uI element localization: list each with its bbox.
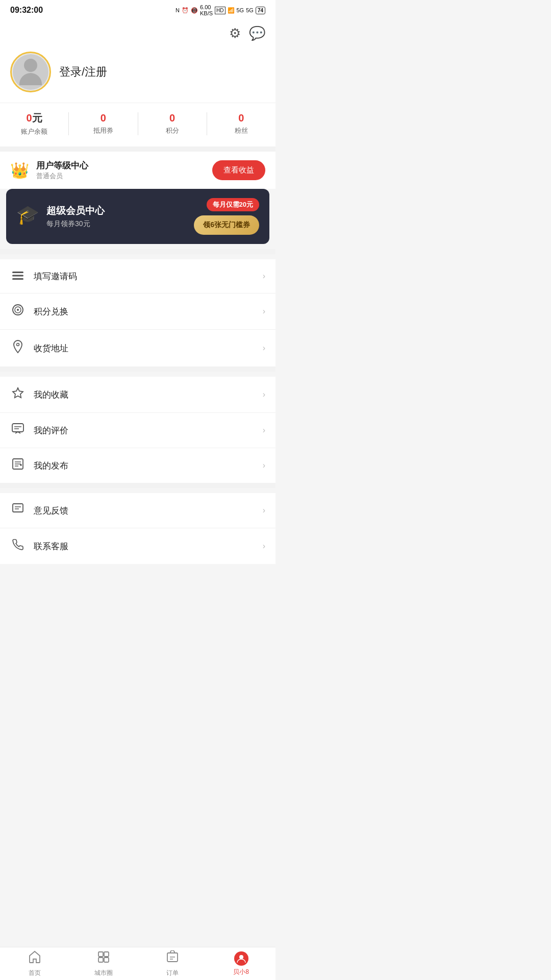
avatar-body <box>19 73 42 85</box>
stat-coupon[interactable]: 0 抵用券 <box>68 112 137 135</box>
points-exchange-icon <box>10 304 26 319</box>
favorites-arrow: › <box>263 390 265 399</box>
invite-code-arrow: › <box>263 272 265 281</box>
menu-item-reviews[interactable]: 我的评价 › <box>0 413 276 448</box>
section-divider-4 <box>0 483 276 488</box>
header-toolbar: ⚙ 💬 <box>0 20 276 46</box>
invite-code-icon <box>10 270 26 283</box>
super-member-banner[interactable]: 🎓 超级会员中心 每月领券30元 每月仅需20元 领6张无门槛券 <box>6 189 269 244</box>
menu-item-points-exchange[interactable]: 积分兑换 › <box>0 293 276 330</box>
stats-row: 0元 账户余额 0 抵用券 0 积分 0 粉丝 <box>0 103 276 146</box>
signal2-icon: 5G <box>246 7 254 13</box>
coupon-button[interactable]: 领6张无门槛券 <box>194 215 259 235</box>
settings-icon[interactable]: ⚙ <box>229 26 241 41</box>
phone-icon: 📵 <box>191 7 198 14</box>
svg-rect-1 <box>12 275 23 277</box>
speed-label: 6.00KB/S <box>200 4 213 16</box>
feedback-icon <box>10 503 26 518</box>
login-register-button[interactable]: 登录/注册 <box>59 64 107 80</box>
svg-point-6 <box>17 344 19 346</box>
level-info-left: 👑 用户等级中心 普通会员 <box>10 160 88 181</box>
level-title: 用户等级中心 <box>36 160 88 172</box>
publish-arrow: › <box>263 461 265 470</box>
menu-item-contact[interactable]: 联系客服 › <box>0 528 276 564</box>
crown-icon: 👑 <box>10 161 29 179</box>
menu-section-3: 意见反馈 › 联系客服 › <box>0 493 276 564</box>
hd-badge: HD <box>215 7 225 14</box>
feedback-label: 意见反馈 <box>34 505 255 517</box>
coupon-value: 0 <box>101 112 106 124</box>
fans-value: 0 <box>238 112 244 124</box>
battery-indicator: 74 <box>256 7 265 14</box>
address-arrow: › <box>263 344 265 353</box>
svg-rect-0 <box>12 272 23 273</box>
points-label: 积分 <box>166 126 179 135</box>
points-exchange-arrow: › <box>263 307 265 316</box>
contact-label: 联系客服 <box>34 541 255 552</box>
balance-value: 0 <box>27 112 32 124</box>
section-divider-3 <box>0 366 276 372</box>
favorites-icon <box>10 387 26 402</box>
publish-label: 我的发布 <box>34 460 255 472</box>
super-member-subtitle: 每月领券30元 <box>46 219 105 229</box>
level-info: 用户等级中心 普通会员 <box>36 160 88 181</box>
svg-rect-2 <box>12 278 23 280</box>
profile-section[interactable]: 登录/注册 <box>0 46 276 103</box>
level-subtitle: 普通会员 <box>36 172 88 181</box>
banner-right: 每月仅需20元 领6张无门槛券 <box>194 198 259 235</box>
address-icon <box>10 340 26 356</box>
avatar <box>13 54 48 90</box>
status-icons: N ⏰ 📵 6.00KB/S HD 📶 5G 5G 74 <box>176 4 265 16</box>
points-exchange-label: 积分兑换 <box>34 306 255 317</box>
message-icon[interactable]: 💬 <box>249 26 265 41</box>
svg-point-5 <box>17 309 19 311</box>
menu-item-feedback[interactable]: 意见反馈 › <box>0 493 276 528</box>
status-bar: 09:32:00 N ⏰ 📵 6.00KB/S HD 📶 5G 5G 74 <box>0 0 276 20</box>
menu-item-favorites[interactable]: 我的收藏 › <box>0 377 276 413</box>
balance-label: 账户余额 <box>21 127 47 136</box>
level-card[interactable]: 👑 用户等级中心 普通会员 查看收益 <box>0 152 276 189</box>
price-badge: 每月仅需20元 <box>207 198 259 211</box>
address-label: 收货地址 <box>34 342 255 354</box>
menu-item-publish[interactable]: 我的发布 › <box>0 448 276 483</box>
section-divider-1 <box>0 146 276 152</box>
balance-unit: 元 <box>32 112 42 124</box>
wifi-icon: 📶 <box>228 7 235 14</box>
reviews-icon <box>10 423 26 437</box>
invite-code-label: 填写邀请码 <box>34 271 255 282</box>
alarm-icon: ⏰ <box>182 7 189 14</box>
status-time: 09:32:00 <box>10 6 43 15</box>
nfc-icon: N <box>176 7 180 13</box>
publish-icon <box>10 458 26 473</box>
menu-section-2: 我的收藏 › 我的评价 › <box>0 377 276 483</box>
avatar-head <box>24 59 37 72</box>
svg-rect-7 <box>12 424 23 432</box>
reviews-label: 我的评价 <box>34 425 255 436</box>
avatar-container[interactable] <box>10 52 51 92</box>
view-earnings-button[interactable]: 查看收益 <box>212 160 265 180</box>
svg-rect-14 <box>13 504 23 512</box>
graduation-icon: 🎓 <box>16 204 39 226</box>
stat-fans[interactable]: 0 粉丝 <box>207 112 276 135</box>
contact-arrow: › <box>263 542 265 551</box>
section-divider-2 <box>0 249 276 254</box>
contact-icon <box>10 538 26 554</box>
points-value: 0 <box>169 112 175 124</box>
stat-balance[interactable]: 0元 账户余额 <box>0 111 68 136</box>
menu-item-address[interactable]: 收货地址 › <box>0 330 276 366</box>
reviews-arrow: › <box>263 426 265 435</box>
banner-text: 超级会员中心 每月领券30元 <box>46 204 105 229</box>
signal-icon: 5G <box>237 7 244 13</box>
favorites-label: 我的收藏 <box>34 389 255 401</box>
banner-left: 🎓 超级会员中心 每月领券30元 <box>16 204 105 229</box>
stat-points[interactable]: 0 积分 <box>138 112 207 135</box>
fans-label: 粉丝 <box>235 126 248 135</box>
menu-item-invite-code[interactable]: 填写邀请码 › <box>0 259 276 293</box>
coupon-label: 抵用券 <box>93 126 113 135</box>
feedback-arrow: › <box>263 506 265 515</box>
menu-section-1: 填写邀请码 › 积分兑换 › 收货地址 › <box>0 259 276 366</box>
super-member-title: 超级会员中心 <box>46 204 105 217</box>
